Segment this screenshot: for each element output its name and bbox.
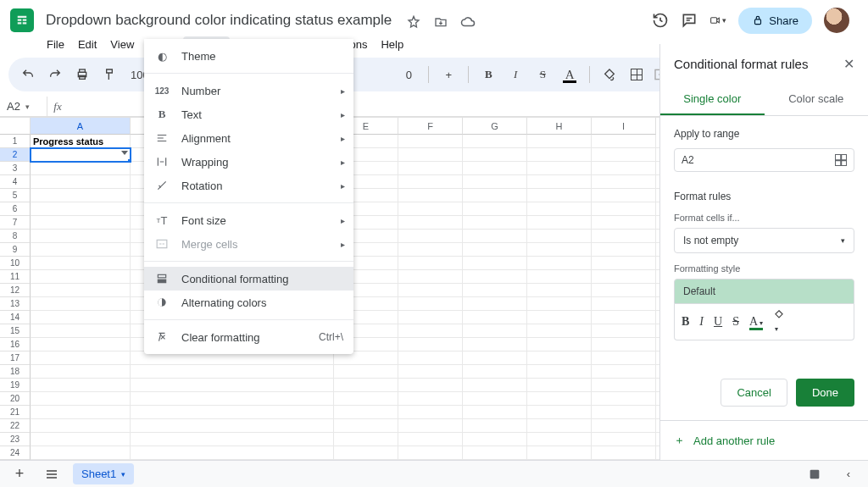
cell[interactable] [31,270,131,284]
col-header-F[interactable]: F [398,118,463,135]
cell[interactable] [131,419,334,433]
selection-handle[interactable] [127,158,131,162]
style-text-color-button[interactable]: A▾ [749,315,763,329]
col-header-A[interactable]: A [31,118,131,135]
cell[interactable] [592,446,656,460]
cell[interactable] [334,365,398,379]
row-header-7[interactable]: 7 [0,216,31,230]
paint-format-button[interactable] [98,64,120,86]
cell[interactable] [334,406,398,419]
dropdown-icon[interactable] [121,151,128,155]
cell[interactable] [31,148,131,162]
cell[interactable] [463,230,527,243]
cell[interactable] [592,148,656,162]
cell[interactable] [334,379,398,392]
menu-alternating-colors[interactable]: Alternating colors [144,291,353,314]
cell[interactable] [463,379,527,392]
cell[interactable] [592,270,656,284]
cell[interactable] [463,243,527,257]
cell[interactable] [527,216,592,230]
cell[interactable] [463,135,527,148]
cell[interactable] [592,379,656,392]
cell[interactable] [398,230,463,243]
share-button[interactable]: Share [738,8,812,34]
row-header-3[interactable]: 3 [0,162,31,175]
cell[interactable] [592,175,656,189]
cell[interactable] [592,216,656,230]
cell[interactable] [31,406,131,419]
cell[interactable] [31,175,131,189]
cell[interactable] [31,162,131,175]
cell[interactable] [463,270,527,284]
cell[interactable] [398,148,463,162]
italic-button[interactable]: I [504,64,526,86]
row-header-1[interactable]: 1 [0,135,31,148]
row-header-19[interactable]: 19 [0,379,31,392]
cell[interactable] [463,392,527,406]
col-header-G[interactable]: G [463,118,527,135]
sheet-tab[interactable]: Sheet1▾ [73,463,134,484]
move-icon[interactable] [432,14,449,30]
cell[interactable] [527,270,592,284]
text-color-button[interactable]: A [559,64,581,86]
cell[interactable] [463,433,527,446]
col-header-I[interactable]: I [592,118,656,135]
cell[interactable] [527,379,592,392]
cell[interactable] [527,202,592,216]
cell[interactable] [592,365,656,379]
style-bold-button[interactable]: B [682,315,689,329]
cell[interactable] [592,419,656,433]
cell[interactable] [31,243,131,257]
cell[interactable] [398,392,463,406]
cell[interactable] [334,419,398,433]
menu-font-size[interactable]: TTFont size▸ [144,208,353,232]
menu-number[interactable]: 123Number▸ [144,79,353,102]
style-strike-button[interactable]: S [732,315,739,329]
row-header-5[interactable]: 5 [0,189,31,202]
cell[interactable] [334,433,398,446]
cell[interactable] [527,311,592,324]
cell[interactable] [131,433,334,446]
cell[interactable] [527,297,592,311]
cell[interactable] [31,189,131,202]
cell[interactable] [398,175,463,189]
style-preview[interactable]: Default [674,279,854,304]
cell[interactable] [463,365,527,379]
cell[interactable] [398,433,463,446]
cell[interactable] [592,189,656,202]
menu-view[interactable]: View [104,36,140,53]
borders-button[interactable] [626,64,648,86]
close-sidebar-button[interactable]: ✕ [843,56,854,72]
cell[interactable] [592,433,656,446]
cell[interactable] [527,175,592,189]
row-header-6[interactable]: 6 [0,202,31,216]
cell[interactable] [463,446,527,460]
cell[interactable] [592,297,656,311]
row-header-13[interactable]: 13 [0,297,31,311]
tab-color-scale[interactable]: Color scale [765,84,869,115]
cell[interactable] [131,379,334,392]
cell[interactable] [398,270,463,284]
cell[interactable] [398,189,463,202]
cell[interactable] [463,419,527,433]
side-panel-toggle[interactable]: ‹ [837,463,860,485]
select-range-icon[interactable] [835,154,847,166]
cell[interactable] [131,365,334,379]
cloud-status-icon[interactable] [459,14,476,30]
cell[interactable] [31,419,131,433]
cell[interactable] [31,257,131,270]
row-header-18[interactable]: 18 [0,365,31,379]
cell[interactable] [527,324,592,338]
cell[interactable] [31,230,131,243]
document-title[interactable]: Dropdown background color indicating sta… [42,10,395,30]
cell[interactable] [463,406,527,419]
cell[interactable] [592,284,656,297]
cell[interactable] [527,338,592,351]
decimal-increase-button[interactable]: 0 [398,64,420,86]
name-box[interactable]: A2▾ [0,97,47,116]
cell[interactable] [527,162,592,175]
menu-edit[interactable]: Edit [72,36,103,53]
cell[interactable] [31,446,131,460]
style-italic-button[interactable]: I [699,315,704,329]
cell[interactable] [398,379,463,392]
